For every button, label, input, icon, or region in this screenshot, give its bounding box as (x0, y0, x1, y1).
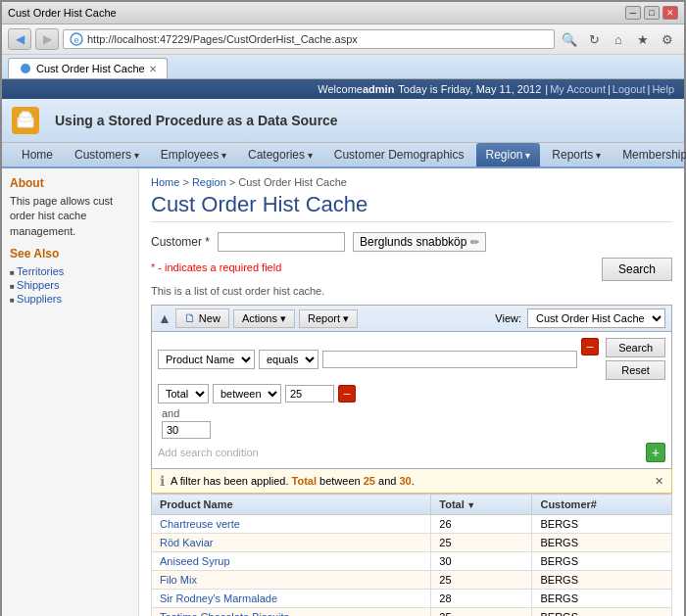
add-condition-button[interactable]: + (646, 443, 665, 462)
filter-area: Product Name equals – Search Reset (151, 332, 672, 469)
settings-nav-icon[interactable]: ⚙ (657, 28, 678, 50)
cell-product[interactable]: Chartreuse verte (152, 515, 431, 534)
logout-link[interactable]: Logout (612, 83, 646, 95)
cell-customer: BERGS (532, 590, 672, 608)
sidebar-see-also-heading: See Also (10, 247, 130, 261)
sidebar: About This page allows cust order hist c… (2, 168, 139, 616)
sidebar-item-shippers[interactable]: Shippers (10, 278, 130, 292)
separator: | (545, 83, 548, 95)
help-link[interactable]: Help (652, 83, 674, 95)
star-nav-icon[interactable]: ★ (632, 28, 654, 50)
cell-customer: BERGS (532, 515, 672, 534)
site-logo (12, 107, 39, 134)
grid-toolbar: ▲ 🗋 New Actions ▾ Report ▾ (151, 305, 672, 332)
search-icon[interactable]: 🔍 (559, 28, 580, 50)
nav-employees[interactable]: Employees (151, 143, 236, 166)
refresh-nav-icon[interactable]: ↻ (583, 28, 605, 50)
breadcrumb-region[interactable]: Region (192, 176, 226, 188)
add-condition-text: Add search condition (158, 447, 259, 458)
new-button[interactable]: 🗋 New (175, 308, 229, 328)
col-customer: Customer# (532, 495, 672, 515)
nav-customer-demographics[interactable]: Customer Demographics (324, 143, 474, 166)
welcome-text: Welcome (318, 83, 363, 95)
cell-product[interactable]: Sir Rodney's Marmalade (152, 590, 431, 608)
actions-dropdown-icon: ▾ (280, 312, 286, 325)
close-button[interactable]: ✕ (662, 6, 678, 20)
filter2-remove-button[interactable]: – (338, 385, 356, 403)
cell-product[interactable]: Filo Mix (152, 571, 431, 590)
cell-product[interactable]: Teatime Chocolate Biscuits (152, 608, 431, 617)
col-total[interactable]: Total (431, 495, 532, 515)
filter2-field[interactable]: Total (158, 384, 209, 403)
nav-header: Using a Stored Procedure as a Data Sourc… (2, 99, 684, 143)
filter2-value2[interactable] (162, 421, 211, 439)
security-icon: e (70, 32, 83, 46)
filter1-field[interactable]: Product Name (158, 350, 255, 369)
sidebar-item-territories[interactable]: Territories (10, 264, 130, 278)
add-condition-row: Add search condition + (158, 443, 665, 462)
table-row: Chartreuse verte26BERGS (152, 515, 672, 534)
page-content: Welcome admin Today is Friday, May 11, 2… (2, 79, 684, 616)
logo-svg (16, 110, 35, 129)
cell-total: 30 (431, 552, 532, 571)
top-bar: Welcome admin Today is Friday, May 11, 2… (2, 79, 684, 99)
nav-customers[interactable]: Customers (65, 143, 149, 166)
grid-toolbar-right: View: Cust Order Hist Cache (495, 308, 665, 328)
customer-edit-icon[interactable]: ✏ (470, 236, 479, 249)
filter-reset-button[interactable]: Reset (606, 360, 665, 380)
maximize-button[interactable]: □ (644, 6, 660, 20)
table-row: Sir Rodney's Marmalade28BERGS (152, 590, 672, 608)
browser-toolbar: ◀ ▶ e http://localhost:47229/Pages/CustO… (2, 24, 684, 55)
sidebar-about-heading: About (10, 176, 130, 190)
table-row: Teatime Chocolate Biscuits25BERGS (152, 608, 672, 617)
nav-home[interactable]: Home (12, 143, 63, 166)
browser-titlebar: Cust Order Hist Cache ─ □ ✕ (2, 2, 684, 24)
search-button[interactable]: Search (602, 258, 672, 281)
my-account-link[interactable]: My Account (550, 83, 606, 95)
customer-input[interactable] (218, 232, 345, 252)
sidebar-item-suppliers[interactable]: Suppliers (10, 292, 130, 306)
sidebar-about-text: This page allows cust order hist cache m… (10, 194, 130, 239)
minimize-button[interactable]: ─ (625, 6, 641, 20)
nav-membership[interactable]: Membership (612, 143, 686, 166)
forward-button[interactable]: ▶ (35, 28, 59, 50)
cell-product[interactable]: Aniseed Syrup (152, 552, 431, 571)
required-note: * - indicates a required field (151, 261, 281, 273)
cell-total: 25 (431, 608, 532, 617)
url-text: http://localhost:47229/Pages/CustOrderHi… (87, 33, 358, 45)
cell-total: 26 (431, 515, 532, 534)
cell-total: 25 (431, 534, 532, 552)
browser-tab-title: Cust Order Hist Cache (8, 7, 619, 19)
address-bar[interactable]: e http://localhost:47229/Pages/CustOrder… (63, 29, 555, 49)
breadcrumb-home[interactable]: Home (151, 176, 179, 188)
required-asterisk: * (151, 261, 155, 273)
filter-notice-text: A filter has been applied. Total between… (171, 475, 415, 487)
filter-search-button[interactable]: Search (606, 338, 665, 357)
username-text: admin (363, 83, 394, 95)
tab-title: Cust Order Hist Cache (36, 63, 145, 74)
tab-close-icon[interactable]: ✕ (149, 64, 157, 74)
nav-categories[interactable]: Categories (238, 143, 322, 166)
view-select[interactable]: Cust Order Hist Cache (527, 308, 665, 328)
filter2-operator[interactable]: between (213, 384, 281, 403)
report-button[interactable]: Report ▾ (299, 309, 358, 328)
table-row: Aniseed Syrup30BERGS (152, 552, 672, 571)
filter1-operator[interactable]: equals (259, 350, 318, 369)
actions-button[interactable]: Actions ▾ (233, 309, 295, 328)
filter1-value[interactable] (322, 351, 577, 368)
filter2-value1[interactable] (285, 385, 334, 403)
filter1-remove-button[interactable]: – (581, 338, 599, 355)
nav-reports[interactable]: Reports (542, 143, 611, 166)
browser-tab[interactable]: Cust Order Hist Cache ✕ (8, 58, 168, 78)
browser-frame: Cust Order Hist Cache ─ □ ✕ ◀ ▶ e http:/… (0, 0, 686, 616)
nav-region[interactable]: Region (476, 143, 541, 166)
cell-product[interactable]: Röd Kaviar (152, 534, 431, 552)
filter-notice-close-button[interactable]: ✕ (655, 475, 663, 488)
customer-label: Customer * (151, 235, 210, 249)
home-nav-icon[interactable]: ⌂ (608, 28, 629, 50)
svg-point-2 (21, 64, 30, 73)
grid-collapse-button[interactable]: ▲ (158, 310, 172, 326)
and-label: and (158, 407, 665, 419)
logo-icon (16, 110, 35, 132)
back-button[interactable]: ◀ (8, 28, 31, 50)
